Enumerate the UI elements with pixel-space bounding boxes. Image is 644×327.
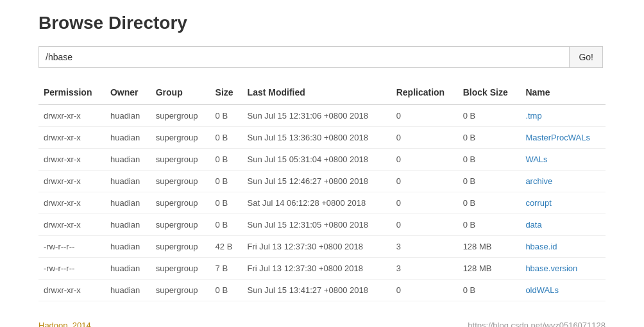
table-row: drwxr-xr-xhuadiansupergroup0 BSat Jul 14… bbox=[38, 192, 606, 214]
cell-replication: 0 bbox=[391, 280, 458, 301]
cell-group: supergroup bbox=[151, 105, 210, 127]
cell-size: 0 B bbox=[210, 127, 242, 149]
cell-owner: huadian bbox=[105, 258, 151, 280]
page-title: Browse Directory bbox=[38, 13, 606, 33]
cell-permission: drwxr-xr-x bbox=[38, 105, 105, 127]
cell-replication: 0 bbox=[391, 214, 458, 236]
cell-owner: huadian bbox=[105, 171, 151, 192]
cell-name[interactable]: oldWALs bbox=[520, 280, 606, 301]
cell-owner: huadian bbox=[105, 280, 151, 301]
cell-replication: 0 bbox=[391, 171, 458, 192]
table-row: -rw-r--r--huadiansupergroup7 BFri Jul 13… bbox=[38, 258, 606, 280]
table-row: -rw-r--r--huadiansupergroup42 BFri Jul 1… bbox=[38, 236, 606, 258]
cell-last_modified: Sun Jul 15 05:31:04 +0800 2018 bbox=[242, 149, 391, 171]
cell-permission: drwxr-xr-x bbox=[38, 214, 105, 236]
cell-permission: drwxr-xr-x bbox=[38, 192, 105, 214]
cell-size: 0 B bbox=[210, 192, 242, 214]
cell-owner: huadian bbox=[105, 236, 151, 258]
cell-block_size: 0 B bbox=[458, 280, 521, 301]
cell-group: supergroup bbox=[151, 258, 210, 280]
cell-size: 7 B bbox=[210, 258, 242, 280]
file-link[interactable]: oldWALs bbox=[525, 285, 559, 295]
cell-permission: drwxr-xr-x bbox=[38, 280, 105, 301]
cell-name[interactable]: hbase.id bbox=[520, 236, 606, 258]
footer-right: https://blog.csdn.net/wyz0516071128 bbox=[468, 321, 606, 327]
col-owner: Owner bbox=[105, 81, 151, 105]
cell-permission: -rw-r--r-- bbox=[38, 258, 105, 280]
cell-owner: huadian bbox=[105, 192, 151, 214]
cell-block_size: 0 B bbox=[458, 171, 521, 192]
cell-size: 0 B bbox=[210, 105, 242, 127]
cell-group: supergroup bbox=[151, 214, 210, 236]
cell-block_size: 0 B bbox=[458, 149, 521, 171]
cell-permission: drwxr-xr-x bbox=[38, 149, 105, 171]
path-input[interactable] bbox=[39, 47, 569, 67]
cell-last_modified: Sun Jul 15 13:36:30 +0800 2018 bbox=[242, 127, 391, 149]
table-row: drwxr-xr-xhuadiansupergroup0 BSun Jul 15… bbox=[38, 149, 606, 171]
cell-replication: 3 bbox=[391, 258, 458, 280]
col-last-modified: Last Modified bbox=[242, 81, 391, 105]
cell-group: supergroup bbox=[151, 149, 210, 171]
cell-name[interactable]: corrupt bbox=[520, 192, 606, 214]
go-button[interactable]: Go! bbox=[569, 47, 602, 67]
table-row: drwxr-xr-xhuadiansupergroup0 BSun Jul 15… bbox=[38, 105, 606, 127]
cell-last_modified: Sun Jul 15 13:41:27 +0800 2018 bbox=[242, 280, 391, 301]
cell-block_size: 0 B bbox=[458, 105, 521, 127]
cell-size: 42 B bbox=[210, 236, 242, 258]
cell-name[interactable]: .tmp bbox=[520, 105, 606, 127]
cell-group: supergroup bbox=[151, 171, 210, 192]
cell-owner: huadian bbox=[105, 105, 151, 127]
cell-group: supergroup bbox=[151, 236, 210, 258]
footer: Hadoop, 2014. https://blog.csdn.net/wyz0… bbox=[38, 321, 606, 327]
cell-size: 0 B bbox=[210, 214, 242, 236]
cell-name[interactable]: archive bbox=[520, 171, 606, 192]
file-link[interactable]: archive bbox=[525, 176, 552, 186]
cell-group: supergroup bbox=[151, 192, 210, 214]
col-name: Name bbox=[520, 81, 606, 105]
cell-replication: 3 bbox=[391, 236, 458, 258]
cell-block_size: 0 B bbox=[458, 192, 521, 214]
file-link[interactable]: data bbox=[525, 220, 541, 230]
cell-owner: huadian bbox=[105, 214, 151, 236]
file-link[interactable]: hbase.version bbox=[525, 264, 577, 273]
cell-last_modified: Fri Jul 13 12:37:30 +0800 2018 bbox=[242, 236, 391, 258]
cell-size: 0 B bbox=[210, 149, 242, 171]
cell-owner: huadian bbox=[105, 127, 151, 149]
cell-block_size: 0 B bbox=[458, 127, 521, 149]
table-row: drwxr-xr-xhuadiansupergroup0 BSun Jul 15… bbox=[38, 127, 606, 149]
cell-replication: 0 bbox=[391, 149, 458, 171]
file-link[interactable]: MasterProcWALs bbox=[525, 133, 590, 142]
cell-name[interactable]: data bbox=[520, 214, 606, 236]
table-row: drwxr-xr-xhuadiansupergroup0 BSun Jul 15… bbox=[38, 214, 606, 236]
col-block-size: Block Size bbox=[458, 81, 521, 105]
cell-permission: drwxr-xr-x bbox=[38, 171, 105, 192]
directory-table: Permission Owner Group Size Last Modifie… bbox=[38, 81, 606, 301]
cell-name[interactable]: WALs bbox=[520, 149, 606, 171]
cell-owner: huadian bbox=[105, 149, 151, 171]
file-link[interactable]: hbase.id bbox=[525, 242, 557, 251]
cell-group: supergroup bbox=[151, 280, 210, 301]
table-header: Permission Owner Group Size Last Modifie… bbox=[38, 81, 606, 105]
col-permission: Permission bbox=[38, 81, 105, 105]
cell-block_size: 0 B bbox=[458, 214, 521, 236]
cell-last_modified: Sun Jul 15 12:31:05 +0800 2018 bbox=[242, 214, 391, 236]
col-group: Group bbox=[151, 81, 210, 105]
cell-replication: 0 bbox=[391, 105, 458, 127]
cell-name[interactable]: hbase.version bbox=[520, 258, 606, 280]
cell-size: 0 B bbox=[210, 171, 242, 192]
cell-name[interactable]: MasterProcWALs bbox=[520, 127, 606, 149]
file-link[interactable]: WALs bbox=[525, 155, 547, 164]
cell-last_modified: Fri Jul 13 12:37:30 +0800 2018 bbox=[242, 258, 391, 280]
cell-size: 0 B bbox=[210, 280, 242, 301]
cell-last_modified: Sat Jul 14 06:12:28 +0800 2018 bbox=[242, 192, 391, 214]
cell-last_modified: Sun Jul 15 12:46:27 +0800 2018 bbox=[242, 171, 391, 192]
file-link[interactable]: corrupt bbox=[525, 198, 551, 208]
cell-block_size: 128 MB bbox=[458, 236, 521, 258]
col-size: Size bbox=[210, 81, 242, 105]
table-body: drwxr-xr-xhuadiansupergroup0 BSun Jul 15… bbox=[38, 105, 606, 301]
table-row: drwxr-xr-xhuadiansupergroup0 BSun Jul 15… bbox=[38, 171, 606, 192]
search-bar: Go! bbox=[38, 46, 603, 68]
footer-left: Hadoop, 2014. bbox=[38, 321, 93, 327]
file-link[interactable]: .tmp bbox=[525, 111, 541, 121]
cell-replication: 0 bbox=[391, 192, 458, 214]
